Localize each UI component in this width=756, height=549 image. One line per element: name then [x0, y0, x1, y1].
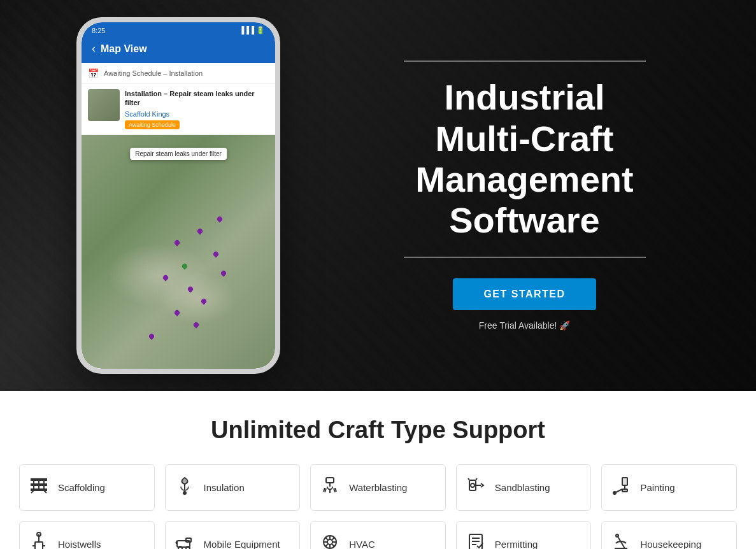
insulation-icon	[173, 475, 196, 500]
hvac-label: HVAC	[349, 539, 375, 549]
map-pin-8[interactable]	[220, 269, 227, 276]
map-pin-6[interactable]	[187, 286, 194, 293]
phone-mockup-container: 8:25 ▐▐▐ 🔋 ‹ Map View 📅 Awaiting Schedul…	[25, 17, 331, 374]
phone-work-order-text: Awaiting Schedule – Installation	[104, 69, 203, 77]
phone-job-info: Installation – Repair steam leaks under …	[125, 89, 269, 129]
map-pin-2[interactable]	[197, 227, 204, 234]
craft-card-hvac[interactable]: HVAC	[310, 521, 446, 549]
craft-section-title: Unlimited Craft Type Support	[19, 417, 737, 444]
sandblasting-icon	[464, 475, 487, 500]
mobile-equipment-icon	[173, 532, 196, 549]
svg-point-19	[471, 483, 474, 487]
phone-mockup: 8:25 ▐▐▐ 🔋 ‹ Map View 📅 Awaiting Schedul…	[76, 17, 280, 374]
hero-title: Industrial Multi-Craft Management Softwa…	[415, 77, 633, 241]
calendar-icon: 📅	[88, 68, 99, 78]
permitting-label: Permitting	[495, 539, 538, 549]
craft-card-waterblasting[interactable]: Waterblasting	[310, 464, 446, 511]
map-pin-7[interactable]	[201, 297, 208, 304]
craft-section: Unlimited Craft Type Support Scaffolding	[0, 391, 756, 549]
craft-card-painting[interactable]: Painting	[601, 464, 737, 511]
hero-top-divider	[404, 61, 646, 62]
map-tooltip: Repair steam leaks under filter	[130, 148, 227, 160]
phone-map-view[interactable]: Repair steam leaks under filter	[82, 135, 275, 369]
phone-job-thumbnail	[88, 89, 120, 121]
painting-icon	[610, 475, 632, 500]
craft-card-mobile-equipment[interactable]: Mobile Equipment	[165, 521, 301, 549]
svg-rect-27	[35, 542, 43, 549]
craft-card-housekeeping[interactable]: Housekeeping	[601, 521, 737, 549]
map-pin-1[interactable]	[173, 239, 180, 246]
phone-job-badge: Awaiting Schedule	[125, 120, 180, 129]
map-pin-12[interactable]	[216, 216, 223, 223]
insulation-label: Insulation	[204, 482, 245, 493]
map-pin-10[interactable]	[193, 321, 200, 328]
craft-card-scaffolding[interactable]: Scaffolding	[19, 464, 155, 511]
hoistwells-label: Hoistwells	[58, 539, 101, 549]
hoistwells-icon	[27, 532, 50, 549]
craft-card-hoistwells[interactable]: Hoistwells	[19, 521, 155, 549]
waterblasting-icon	[318, 475, 341, 500]
scaffolding-label: Scaffolding	[58, 482, 105, 493]
craft-card-sandblasting[interactable]: Sandblasting	[456, 464, 592, 511]
permitting-icon	[464, 532, 487, 549]
svg-point-9	[183, 492, 186, 494]
craft-card-insulation[interactable]: Insulation	[165, 464, 301, 511]
svg-rect-10	[326, 478, 334, 483]
svg-line-20	[468, 478, 469, 480]
svg-rect-22	[622, 478, 627, 485]
housekeeping-icon	[610, 532, 632, 549]
cta-button[interactable]: GET STARTED	[453, 278, 596, 310]
mobile-equipment-label: Mobile Equipment	[204, 539, 280, 549]
phone-screen-title: Map View	[101, 43, 147, 55]
craft-card-permitting[interactable]: Permitting	[456, 521, 592, 549]
svg-point-38	[327, 539, 332, 545]
phone-work-order-row: 📅 Awaiting Schedule – Installation	[82, 63, 275, 84]
housekeeping-label: Housekeeping	[640, 539, 701, 549]
scaffolding-icon	[27, 475, 50, 500]
hero-section: 8:25 ▐▐▐ 🔋 ‹ Map View 📅 Awaiting Schedul…	[0, 0, 756, 391]
phone-job-title: Installation – Repair steam leaks under …	[125, 89, 269, 108]
phone-signal: ▐▐▐ 🔋	[239, 26, 265, 34]
svg-point-26	[613, 492, 616, 494]
map-pin-3[interactable]	[212, 251, 219, 258]
hero-right-content: Industrial Multi-Craft Management Softwa…	[331, 61, 718, 331]
hvac-icon	[318, 532, 341, 549]
free-trial-text: Free Trial Available! 🚀	[479, 320, 571, 331]
map-pin-9[interactable]	[173, 309, 180, 316]
hero-bottom-divider	[404, 257, 646, 258]
map-pin-4[interactable]	[181, 262, 188, 269]
map-pin-11[interactable]	[148, 332, 155, 339]
phone-status-bar: 8:25 ▐▐▐ 🔋	[82, 22, 275, 37]
phone-time: 8:25	[92, 27, 105, 34]
waterblasting-label: Waterblasting	[349, 482, 407, 493]
phone-back-button[interactable]: ‹	[92, 42, 96, 55]
craft-grid-row2: Hoistwells Mobile Equipment	[19, 521, 737, 549]
svg-line-21	[476, 478, 477, 480]
phone-job-card[interactable]: Installation – Repair steam leaks under …	[82, 84, 275, 135]
craft-grid-row1: Scaffolding Insulation	[19, 464, 737, 511]
phone-screen: 8:25 ▐▐▐ 🔋 ‹ Map View 📅 Awaiting Schedul…	[82, 22, 275, 369]
painting-label: Painting	[640, 482, 674, 493]
phone-app-header: ‹ Map View	[82, 37, 275, 63]
map-pin-5[interactable]	[162, 274, 169, 281]
sandblasting-label: Sandblasting	[495, 482, 550, 493]
svg-rect-24	[622, 489, 627, 492]
phone-job-company: Scaffold Kings	[125, 110, 269, 118]
hero-content: 8:25 ▐▐▐ 🔋 ‹ Map View 📅 Awaiting Schedul…	[0, 17, 756, 374]
